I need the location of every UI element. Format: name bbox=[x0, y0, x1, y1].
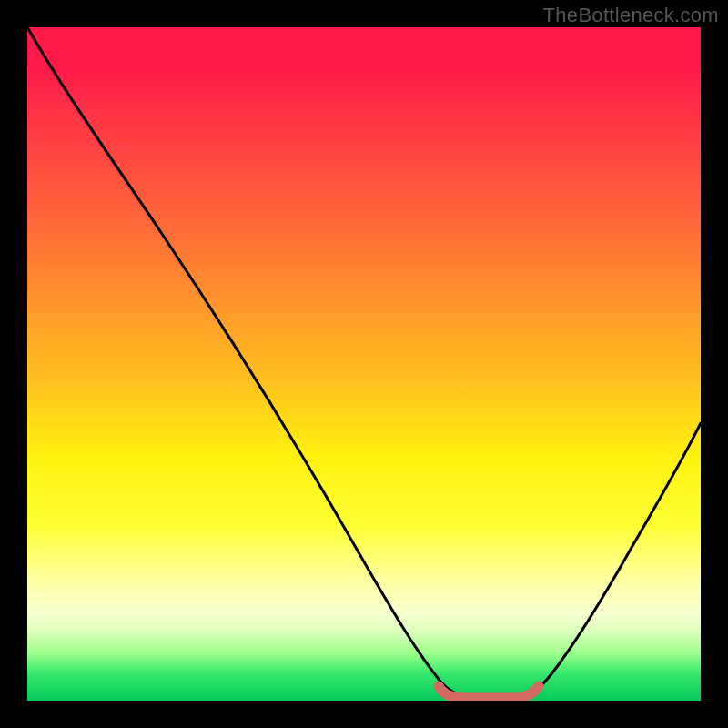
watermark-text: TheBottleneck.com bbox=[543, 4, 719, 27]
bottleneck-curve-path bbox=[27, 27, 701, 696]
optimal-range-marker bbox=[439, 686, 539, 697]
chart-frame: TheBottleneck.com bbox=[0, 0, 728, 728]
bottleneck-curve-svg bbox=[27, 27, 701, 701]
plot-area bbox=[27, 27, 701, 701]
